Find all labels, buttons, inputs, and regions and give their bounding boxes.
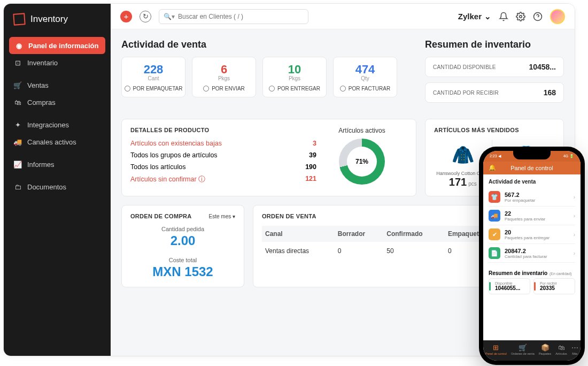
inventory-summary-title: Resumen de inventario (425, 39, 564, 50)
box-icon: ⊡ (13, 58, 22, 67)
phone-row-ship[interactable]: 🚚 22Paquetes para enviar › (489, 207, 575, 225)
sidebar-item-dashboard[interactable]: ◉ Panel de información (9, 37, 105, 54)
org-switcher[interactable]: Zylker ⌄ (458, 12, 491, 21)
chevron-right-icon: › (574, 194, 575, 200)
donut-value: 71% (347, 147, 377, 177)
folder-icon: 🗀 (13, 182, 22, 191)
ship-icon: 🚚 (489, 210, 500, 222)
deliver-icon: ✔ (489, 228, 500, 240)
phone-header: 🔔 Panel de control (483, 162, 581, 174)
pd-all-items[interactable]: Todos los artículos190 (130, 163, 316, 171)
reports-icon: 📈 (13, 160, 22, 169)
po-qty-value: 2.00 (130, 233, 235, 248)
sidebar-item-label: Canales activos (27, 138, 76, 146)
stat-sub: Pkgs (192, 75, 256, 81)
chevron-right-icon: › (574, 232, 575, 238)
gear-icon[interactable] (516, 12, 525, 21)
sidebar-item-sales[interactable]: 🛒 Ventas (4, 77, 111, 94)
sidebar-item-inventory[interactable]: ⊡ Inventario (4, 54, 111, 71)
clock-icon (340, 86, 346, 92)
brand: Inventory (4, 13, 111, 37)
search-input[interactable] (178, 13, 304, 20)
stat-value: 228 (122, 63, 185, 77)
stat-card-to-invoice[interactable]: 474 Qty POR FACTURAR (333, 57, 397, 97)
chevron-right-icon: › (574, 213, 575, 219)
truck-icon: 🚚 (13, 138, 22, 146)
inv-available-label: CANTIDAD DISPONIBLE (433, 64, 496, 70)
sidebar-item-channels[interactable]: 🚚 Canales activos (4, 133, 111, 150)
phone-row-pack[interactable]: 👕 567.2Por empaquetar › (489, 188, 575, 207)
po-cost-label: Coste total (130, 257, 235, 263)
sidebar-item-documents[interactable]: 🗀 Documentos (4, 178, 111, 195)
pd-unconfirmed[interactable]: Artículos sin confirmar ⓘ121 (130, 175, 316, 184)
stat-sub: Pkgs (263, 75, 326, 81)
sales-activity-section: Actividad de venta 228 Cant POR EMPAQUET… (121, 39, 409, 108)
stat-foot: POR ENTREGAR (277, 86, 320, 92)
po-qty-label: Cantidad pedida (130, 226, 235, 232)
active-items-donut: 71% (339, 139, 385, 185)
sidebar-item-purchases[interactable]: 🛍 Compras (4, 94, 111, 111)
stat-value: 474 (334, 63, 397, 77)
purchase-order-panel: ORDEN DE COMPRA Este mes ▾ Cantidad pedi… (121, 205, 244, 287)
sidebar-item-reports[interactable]: 📈 Informes (4, 156, 111, 173)
search-input-wrap[interactable]: 🔍▾ (159, 9, 308, 24)
purchase-order-range[interactable]: Este mes ▾ (209, 214, 235, 219)
help-icon[interactable] (533, 12, 543, 21)
stat-card-to-deliver[interactable]: 10 Pkgs POR ENTREGAR (262, 57, 327, 97)
phone-tab-more[interactable]: ⋯Más (571, 344, 578, 355)
so-col-draft: Borrador (335, 226, 383, 242)
svg-point-0 (520, 15, 522, 18)
dashboard-icon: ◉ (14, 41, 23, 50)
so-col-channel: Canal (262, 226, 335, 242)
pack-icon: 👕 (489, 191, 500, 203)
bell-icon[interactable]: 🔔 (489, 164, 496, 171)
purchase-order-title: ORDEN DE COMPRA (130, 213, 192, 219)
pd-item-groups[interactable]: Todos los grupos de artículos39 (130, 151, 316, 159)
bag-icon: 🛍 (13, 98, 22, 106)
chevron-down-icon: ⌄ (484, 12, 491, 21)
phone-tabbar: ⊞Panel de control 🛒Ordenes de venta 📦Paq… (483, 340, 581, 361)
sidebar-item-label: Documentos (27, 183, 66, 191)
package-icon: 📦 (539, 344, 551, 352)
stat-foot: POR ENVIAR (212, 86, 245, 92)
phone-tab-items[interactable]: 🛍Artículos (555, 344, 567, 355)
phone-inv-to-receive: Por recibir 20335 (533, 278, 575, 294)
inv-to-receive-value: 168 (544, 88, 556, 97)
stat-value: 6 (192, 63, 256, 77)
phone-tab-packages[interactable]: 📦Paquetes (539, 344, 551, 355)
sales-activity-title: Actividad de venta (121, 39, 409, 50)
inv-to-receive-row: CANTIDAD POR RECIBIR 168 (425, 82, 564, 103)
pd-low-stock[interactable]: Artículos con existencias bajas3 (130, 140, 316, 147)
so-col-confirmed: Confirmado (383, 226, 445, 242)
phone-inv-title: Resumen de inventario (489, 270, 547, 276)
stat-card-to-ship[interactable]: 6 Pkgs POR ENVIAR (192, 57, 256, 97)
po-cost-value: MXN 1532 (130, 264, 235, 279)
sidebar-item-label: Ventas (27, 81, 49, 89)
bell-icon[interactable] (499, 12, 508, 21)
product-details-panel: DETALLES DE PRODUCTO Artículos con exist… (121, 119, 416, 196)
product-details-title: DETALLES DE PRODUCTO (130, 127, 316, 133)
phone-activity-title: Actividad de venta (489, 179, 575, 185)
inventory-summary-section: Resumen de inventario CANTIDAD DISPONIBL… (425, 39, 564, 108)
phone-tab-sales[interactable]: 🛒Ordenes de venta (511, 344, 535, 355)
history-button[interactable] (140, 11, 151, 22)
product-image: 🧥 (450, 142, 476, 167)
phone-row-invoice[interactable]: 📄 20847.2Cantidad para facturar › (489, 244, 575, 263)
inv-available-value: 10458... (529, 63, 556, 71)
sidebar-item-label: Inventario (27, 59, 58, 67)
sidebar-item-integrations[interactable]: ✦ Integraciones (4, 116, 111, 133)
product-qty: 171 (449, 176, 467, 188)
avatar[interactable] (550, 9, 565, 24)
inv-to-receive-label: CANTIDAD POR RECIBIR (433, 90, 499, 96)
invoice-icon: 📄 (489, 247, 500, 259)
sidebar-item-label: Informes (27, 161, 55, 169)
more-icon: ⋯ (571, 344, 578, 352)
phone-row-deliver[interactable]: ✔ 20Paquetes para entregar › (489, 225, 575, 244)
brand-label: Inventory (30, 14, 68, 25)
search-icon: 🔍▾ (164, 13, 175, 20)
integration-icon: ✦ (13, 120, 22, 129)
phone-tab-dashboard[interactable]: ⊞Panel de control (485, 344, 507, 355)
phone-inv-available: Disponible 1046055... (489, 278, 530, 294)
stat-card-to-pack[interactable]: 228 Cant POR EMPAQUETAR (121, 57, 185, 97)
add-button[interactable]: + (120, 11, 132, 22)
